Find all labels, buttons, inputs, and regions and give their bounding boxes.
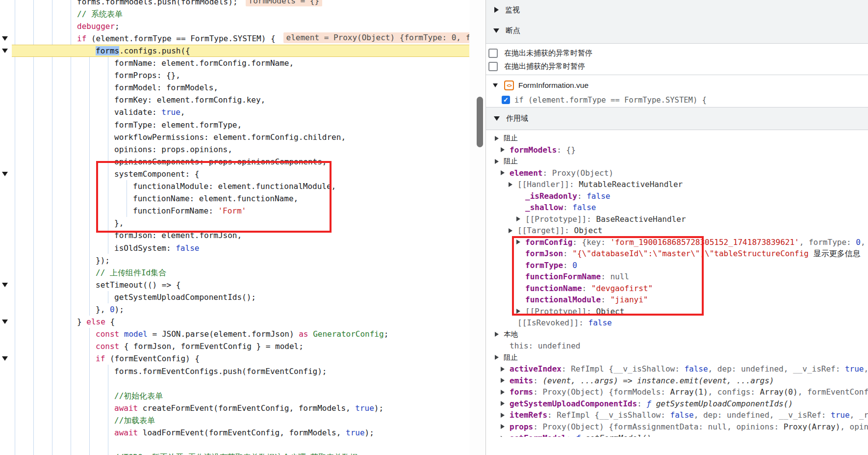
fold-arrow-icon[interactable]: [2, 172, 8, 176]
scope-section-row[interactable]: 本地: [486, 329, 868, 341]
code-line[interactable]: });: [12, 254, 469, 267]
code-line[interactable]: opinions: props.opinions,: [12, 143, 469, 156]
scope-variable-row[interactable]: forms: Proxy(Object) {formModels: Array(…: [486, 386, 868, 398]
scope-section-row[interactable]: 阻止: [486, 156, 868, 167]
disclosure-arrow-icon[interactable]: [501, 413, 505, 418]
scope-variable-row[interactable]: [[Prototype]]: BaseReactiveHandler: [486, 214, 868, 225]
checkbox-caught-exceptions[interactable]: [488, 62, 498, 71]
code-line[interactable]: const model = JSON.parse(element.formJso…: [12, 328, 469, 340]
scope-variable-row[interactable]: getSystemUploadComponentIds: ƒ getSystem…: [486, 398, 868, 410]
scope-section-row[interactable]: 阻止: [486, 133, 868, 144]
code-line[interactable]: forms.formEventConfigs.push(formEventCon…: [12, 365, 469, 377]
fold-arrow-icon[interactable]: [2, 320, 8, 324]
disclosure-arrow-icon[interactable]: [495, 136, 499, 141]
chevron-down-icon[interactable]: [493, 28, 499, 33]
code-token: isOldSystem:: [114, 243, 176, 253]
code-line[interactable]: debugger;: [12, 20, 469, 32]
scope-variable-row[interactable]: [[IsRevoked]]: false: [486, 317, 868, 329]
disclosure-arrow-icon[interactable]: [495, 355, 499, 360]
execution-line[interactable]: forms.configs.push({: [12, 45, 469, 57]
code-line[interactable]: //初始化表单: [12, 390, 469, 402]
editor-scrollbar[interactable]: [469, 0, 485, 455]
disclosure-arrow-icon[interactable]: [501, 170, 505, 175]
disclosure-arrow-icon[interactable]: [495, 159, 499, 164]
scope-variable-row[interactable]: setFormModel: ƒ setFormModel(): [486, 432, 868, 437]
section-scope[interactable]: 作用域: [486, 107, 868, 130]
code-line[interactable]: if (element.formType == FormType.SYSTEM)…: [12, 32, 469, 45]
code-line[interactable]: setTimeout(() => {: [12, 279, 469, 291]
code-line[interactable]: workflowPermissions: element.formConfig.…: [12, 131, 469, 143]
breakpoint-file-row[interactable]: <> FormInformation.vue: [486, 78, 868, 93]
variable-value: false: [684, 363, 708, 375]
pause-caught-row[interactable]: 在抛出捕获的异常时暂停: [486, 60, 868, 73]
scope-variable-row[interactable]: itemRefs: RefImpl {__v_isShallow: false,…: [486, 409, 868, 421]
fold-arrow-icon[interactable]: [2, 283, 8, 287]
variable-name: _shallow: [525, 202, 563, 214]
scope-variable-row[interactable]: _shallow: false: [486, 202, 868, 214]
scrollbar-thumb[interactable]: [477, 97, 483, 147]
scope-variable-row[interactable]: formModels: {}: [486, 144, 868, 156]
code-token: ;: [115, 22, 120, 31]
disclosure-arrow-icon[interactable]: [509, 228, 512, 233]
code-line[interactable]: // 系统表单: [12, 8, 469, 20]
variable-value: {}: [566, 144, 576, 156]
disclosure-arrow-icon[interactable]: [501, 436, 505, 437]
scope-name: 阻止: [504, 156, 518, 167]
disclosure-arrow-icon[interactable]: [501, 401, 505, 406]
code-line[interactable]: validate: true,: [12, 106, 469, 118]
code-line[interactable]: if (formEventConfig) {: [12, 352, 469, 365]
code-line[interactable]: getSystemUploadComponentIds();: [12, 291, 469, 303]
pause-caught-label: 在抛出捕获的异常时暂停: [504, 62, 585, 71]
fold-arrow-icon[interactable]: [2, 356, 8, 361]
scope-variable-row[interactable]: element: Proxy(Object): [486, 167, 868, 179]
disclosure-arrow-icon[interactable]: [501, 367, 505, 372]
breakpoint-entry-row[interactable]: ✓ if (element.formType == FormType.SYSTE…: [486, 93, 868, 107]
section-watch[interactable]: 监视: [486, 0, 868, 20]
code-line[interactable]: //TODO: 暂不放开,工作流没有获取表单数据这个步骤,获取表单数据: [12, 451, 469, 455]
code-line[interactable]: isOldSystem: false: [12, 242, 469, 254]
chevron-down-icon[interactable]: [493, 83, 498, 87]
code-line[interactable]: const { formJson, formEventConfig } = mo…: [12, 340, 469, 352]
disclosure-arrow-icon[interactable]: [509, 182, 512, 187]
checkbox-uncaught-exceptions[interactable]: [488, 49, 498, 58]
code-token: forms.formModels.push(formModels);: [77, 0, 238, 6]
code-line[interactable]: // 上传组件Id集合: [12, 267, 469, 279]
code-token: workflowPermissions: element.formConfig.…: [114, 133, 346, 142]
code-line[interactable]: }, 0);: [12, 303, 469, 316]
code-line[interactable]: formKey: element.formConfig.key,: [12, 94, 469, 106]
code-line[interactable]: formModel: formModels,: [12, 81, 469, 94]
scope-variable-row[interactable]: [[Target]]: Object: [486, 225, 868, 237]
disclosure-arrow-icon[interactable]: [501, 147, 505, 152]
disclosure-arrow-icon[interactable]: [495, 332, 499, 337]
fold-arrow-icon[interactable]: [2, 49, 8, 53]
disclosure-arrow-icon[interactable]: [516, 216, 520, 221]
scope-variable-row[interactable]: activeIndex: RefImpl {__v_isShallow: fal…: [486, 363, 868, 375]
section-breakpoints[interactable]: 断点: [486, 20, 868, 41]
code-line[interactable]: [12, 377, 469, 390]
code-line[interactable]: formName: element.formConfig.formName,: [12, 57, 469, 69]
chevron-down-icon[interactable]: [494, 116, 500, 121]
scope-variable-row[interactable]: this: undefined: [486, 340, 868, 352]
pause-uncaught-row[interactable]: 在抛出未捕获的异常时暂停: [486, 47, 868, 60]
code-line[interactable]: forms.formModels.push(formModels);formMo…: [12, 0, 469, 8]
chevron-right-icon[interactable]: [494, 7, 499, 13]
scope-variable-row[interactable]: emits: (event, ...args) => instance.emit…: [486, 375, 868, 387]
scope-variable-row[interactable]: _isReadonly: false: [486, 190, 868, 202]
code-line[interactable]: //加载表单: [12, 414, 469, 427]
code-line[interactable]: await createFormEvent(formEventConfig, f…: [12, 402, 469, 414]
code-line[interactable]: } else {: [12, 316, 469, 328]
scope-variable-row[interactable]: [[Handler]]: MutableReactiveHandler: [486, 179, 868, 190]
variable-value: undefined: [538, 340, 581, 352]
code-line[interactable]: await loadFormEvent(formEventConfig, for…: [12, 427, 469, 439]
disclosure-arrow-icon[interactable]: [501, 390, 505, 395]
disclosure-arrow-icon[interactable]: [501, 424, 505, 429]
code-token: = JSON.parse(element.formJson): [148, 329, 299, 339]
code-line[interactable]: formType: element.formType,: [12, 119, 469, 131]
breakpoint-enabled-checkbox[interactable]: ✓: [502, 96, 510, 104]
code-line[interactable]: [12, 439, 469, 451]
fold-arrow-icon[interactable]: [2, 36, 8, 41]
scope-section-row[interactable]: 阻止: [486, 352, 868, 364]
disclosure-arrow-icon[interactable]: [501, 378, 505, 383]
scope-variable-row[interactable]: props: Proxy(Object) {formAssignmentData…: [486, 421, 868, 433]
code-line[interactable]: formProps: {},: [12, 69, 469, 81]
